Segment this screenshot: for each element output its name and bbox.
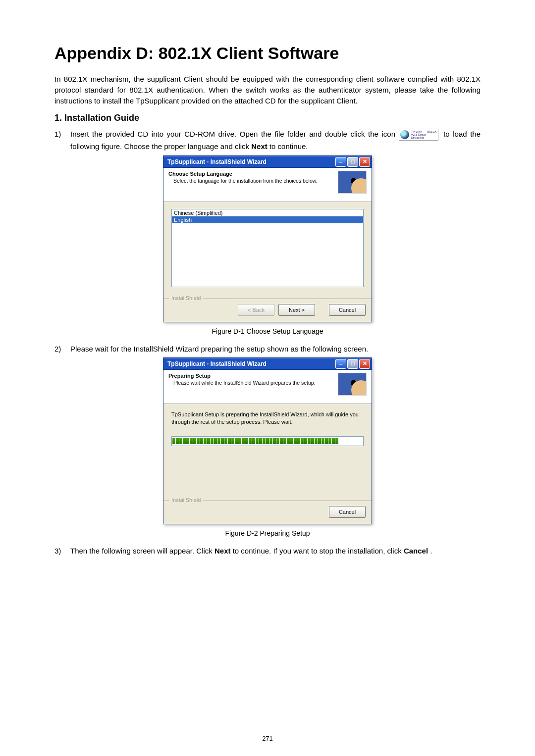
- titlebar: TpSupplicant - InstallShield Wizard: [163, 156, 372, 168]
- banner-title: Choose Setup Language: [168, 171, 338, 177]
- progress-segment: [211, 438, 214, 444]
- step3-text-c: .: [430, 547, 432, 555]
- page: Appendix D: 802.1X Client Software In 80…: [0, 0, 535, 756]
- language-option-selected[interactable]: English: [172, 216, 363, 223]
- banner-subtitle: Select the language for the installation…: [168, 178, 338, 184]
- close-button[interactable]: [359, 157, 370, 167]
- step-content: Please wait for the InstallShield Wizard…: [70, 343, 481, 354]
- progress-segment: [304, 438, 307, 444]
- progress-segment: [315, 438, 318, 444]
- cd-disc-icon: [400, 130, 409, 139]
- window-title: TpSupplicant - InstallShield Wizard: [167, 158, 334, 165]
- progress-segment: [259, 438, 262, 444]
- progress-segment: [238, 438, 241, 444]
- banner-graphic-icon: [338, 171, 367, 194]
- progress-segment: [297, 438, 300, 444]
- figure-d2: TpSupplicant - InstallShield Wizard Prep…: [54, 357, 481, 537]
- step1-text-a: Insert the provided CD into your CD-ROM …: [70, 130, 399, 138]
- progress-segment: [263, 438, 266, 444]
- progress-segment: [190, 438, 193, 444]
- window-footer: InstallShield < Back Next > Cancel: [163, 299, 372, 322]
- progress-segment: [321, 438, 324, 444]
- installer-window-2: TpSupplicant - InstallShield Wizard Prep…: [163, 357, 372, 524]
- progress-segment: [280, 438, 283, 444]
- preparing-text: TpSupplicant Setup is preparing the Inst…: [171, 411, 364, 426]
- progress-segment: [172, 438, 175, 444]
- progress-segment: [276, 438, 279, 444]
- progress-segment: [176, 438, 179, 444]
- banner-graphic-icon: [338, 373, 367, 396]
- progress-segment: [294, 438, 297, 444]
- section-heading: 1. Installation Guide: [54, 113, 481, 123]
- step1-text-c: to continue.: [269, 142, 308, 151]
- progress-segment: [308, 438, 311, 444]
- progress-segment: [301, 438, 304, 444]
- step3-next-word: Next: [214, 547, 231, 555]
- step-number: 1): [54, 128, 70, 152]
- progress-segment: [328, 438, 331, 444]
- window-body: TpSupplicant Setup is preparing the Inst…: [163, 404, 372, 501]
- banner-title: Preparing Setup: [168, 373, 338, 379]
- progress-segment: [179, 438, 182, 444]
- figure-d1: TpSupplicant - InstallShield Wizard Choo…: [54, 155, 481, 335]
- progress-segment: [290, 438, 293, 444]
- progress-segment: [269, 438, 272, 444]
- progress-segment: [228, 438, 231, 444]
- button-row: Cancel: [169, 506, 366, 518]
- language-option[interactable]: Chinese (Simplified): [172, 209, 363, 216]
- progress-segment: [252, 438, 255, 444]
- minimize-button[interactable]: [335, 157, 346, 167]
- button-row: < Back Next > Cancel: [169, 304, 366, 316]
- progress-segment: [200, 438, 203, 444]
- step-content: Insert the provided CD into your CD-ROM …: [70, 128, 481, 152]
- setup-exe-icon: TP-LINK 802.1X-V2.1-Setup Setup.exe: [399, 129, 438, 141]
- banner-subtitle: Please wait while the InstallShield Wiza…: [168, 380, 338, 386]
- titlebar: TpSupplicant - InstallShield Wizard: [163, 358, 372, 370]
- step-2: 2) Please wait for the InstallShield Wiz…: [54, 343, 481, 354]
- progress-segment: [186, 438, 189, 444]
- window-body: Chinese (Simplified) English: [163, 202, 372, 299]
- banner-text: Choose Setup Language Select the languag…: [168, 171, 338, 199]
- footer-brand: InstallShield: [169, 295, 203, 301]
- step-number: 3): [54, 545, 70, 556]
- page-title: Appendix D: 802.1X Client Software: [54, 44, 481, 63]
- progress-segment: [231, 438, 234, 444]
- progress-segment: [197, 438, 200, 444]
- progress-segment: [335, 438, 338, 444]
- spacer: [319, 304, 325, 316]
- progress-segment: [224, 438, 227, 444]
- progress-segment: [207, 438, 210, 444]
- maximize-button[interactable]: [347, 359, 358, 369]
- close-button[interactable]: [359, 359, 370, 369]
- progress-segment: [332, 438, 335, 444]
- window-title: TpSupplicant - InstallShield Wizard: [167, 360, 334, 367]
- progress-segment: [256, 438, 259, 444]
- step1-next-word: Next: [251, 142, 268, 151]
- progress-segment: [311, 438, 314, 444]
- next-button[interactable]: Next >: [278, 304, 315, 316]
- step-number: 2): [54, 343, 70, 354]
- step-3: 3) Then the following screen will appear…: [54, 545, 481, 556]
- progress-segment: [266, 438, 269, 444]
- language-listbox[interactable]: Chinese (Simplified) English: [171, 209, 364, 287]
- progress-segment: [245, 438, 248, 444]
- step-1: 1) Insert the provided CD into your CD-R…: [54, 128, 481, 152]
- progress-segment: [242, 438, 245, 444]
- progress-segment: [249, 438, 252, 444]
- cancel-button[interactable]: Cancel: [329, 506, 366, 518]
- back-button: < Back: [238, 304, 274, 316]
- progress-segment: [325, 438, 328, 444]
- minimize-button[interactable]: [335, 359, 346, 369]
- progress-segment: [273, 438, 276, 444]
- progress-segment: [287, 438, 290, 444]
- page-number: 271: [0, 735, 535, 742]
- progress-bar: [171, 436, 364, 446]
- banner: Preparing Setup Please wait while the In…: [163, 370, 372, 404]
- footer-brand: InstallShield: [169, 497, 203, 503]
- installer-window-1: TpSupplicant - InstallShield Wizard Choo…: [163, 155, 372, 322]
- step3-text-a: Then the following screen will appear. C…: [70, 547, 214, 555]
- progress-segment: [318, 438, 321, 444]
- maximize-button[interactable]: [347, 157, 358, 167]
- progress-segment: [183, 438, 186, 444]
- cancel-button[interactable]: Cancel: [329, 304, 366, 316]
